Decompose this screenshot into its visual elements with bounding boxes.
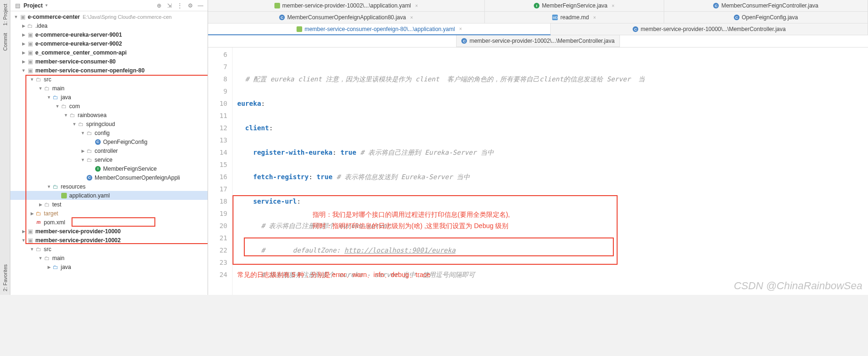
tab-readme[interactable]: MDreadme.md×: [485, 12, 665, 24]
tree-controller[interactable]: ▶🗀controller: [10, 146, 208, 155]
tabs-row-3: member-service-consumer-openfeign-80\...…: [208, 24, 868, 35]
project-panel: ▤ Project ▼ ⊕ ⇲ ⋮ ⚙ — ▼▣e-commerce-cente…: [10, 0, 208, 295]
tree-provider10002[interactable]: ▼▣member-service-provider-10002: [10, 236, 208, 245]
ide-window: 1: Project Commit 2: Favorites ▤ Project…: [0, 0, 868, 295]
annotation-1: 指明：我们是对哪个接口的调用过程进行打印信息(要用全类限定名),: [313, 208, 510, 221]
tree-memberfeignservice[interactable]: IMemberFeignService: [10, 164, 208, 173]
tabs-row-1: member-service-provider-10002\...\applic…: [208, 0, 868, 12]
code-line: service-url:: [237, 195, 868, 207]
code-line: # defaultZone: http://localhost:9001/eur…: [237, 244, 868, 256]
tree-root[interactable]: ▼▣e-commerce-centerE:\Java\Spring Cloud\…: [10, 12, 208, 21]
rail-favorites[interactable]: 2: Favorites: [1, 261, 9, 295]
editor-area: member-service-provider-10002\...\applic…: [208, 0, 868, 295]
close-icon[interactable]: ×: [415, 3, 418, 8]
tree-target[interactable]: ▶🗀target: [10, 209, 208, 218]
tab-app-yaml-10002[interactable]: member-service-provider-10002\...\applic…: [208, 0, 485, 12]
tree-openfeignconfig[interactable]: COpenFeignConfig: [10, 137, 208, 146]
code-line: fetch-registry: true # 表示将信息发送到 Eureka-S…: [237, 171, 868, 183]
tree-provider10000[interactable]: ▶▣member-service-provider-10000: [10, 227, 208, 236]
tree-main[interactable]: ▼🗀main: [10, 84, 208, 93]
rail-project[interactable]: 1: Project: [1, 0, 9, 29]
tab-openfeign-app80[interactable]: CMemberConsumerOpenfeignApplication80.ja…: [208, 12, 485, 24]
tree-eureka9001[interactable]: ▶▣e-commerce-eureka-server-9001: [10, 30, 208, 39]
tree-eureka9002[interactable]: ▶▣e-commerce-eureka-server-9002: [10, 39, 208, 48]
tree-java-src[interactable]: ▼🗀java: [10, 93, 208, 102]
tree-rainbowsea[interactable]: ▼🗀rainbowsea: [10, 111, 208, 119]
project-header: ▤ Project ▼ ⊕ ⇲ ⋮ ⚙ —: [10, 0, 208, 11]
tree-main2[interactable]: ▼🗀main: [10, 253, 208, 262]
gutter: 6 7 8 9 10 11 12 13 14 15 16 17 18 19 20…: [208, 47, 233, 295]
locate-icon[interactable]: ⊕: [155, 1, 163, 10]
editor-tabs: member-service-provider-10002\...\applic…: [208, 0, 868, 47]
tree-idea[interactable]: ▶🗀.idea: [10, 21, 208, 30]
code-editor[interactable]: # 配置 eureka client 注意，因为这里该模块是作为 client …: [233, 47, 868, 295]
tree-java2[interactable]: ▶🗀java: [10, 262, 208, 271]
tree-config[interactable]: ▼🗀config: [10, 128, 208, 137]
tab-membercontroller-10002[interactable]: Cmember-service-provider-10002\...\Membe…: [456, 35, 619, 47]
tab-consumerfeigncontroller[interactable]: CMemberConsumerFeignController.java: [664, 0, 868, 12]
close-icon[interactable]: ×: [459, 26, 462, 32]
tree-pom[interactable]: mpom.xml: [10, 218, 208, 227]
panel-menu-icon[interactable]: ▤: [13, 1, 22, 10]
tab-membercontroller-10000[interactable]: Cmember-service-provider-10000\...\Membe…: [551, 24, 868, 35]
tab-openfeignconfig[interactable]: COpenFeignConfig.java: [664, 12, 868, 24]
code-line: defaultZone: http://eureka9001.com:9001/…: [237, 293, 868, 295]
tree-src[interactable]: ▼🗀src: [10, 75, 208, 84]
tree-service[interactable]: ▼🗀service: [10, 155, 208, 164]
hide-icon[interactable]: —: [196, 1, 205, 10]
tree-appyaml[interactable]: application.yaml: [10, 191, 208, 200]
expand-icon[interactable]: ⇲: [165, 1, 174, 10]
collapse-icon[interactable]: ⋮: [176, 1, 184, 10]
tree-appclass[interactable]: CMemberConsumerOpenfeignAppli: [10, 173, 208, 182]
tree-openfeign80[interactable]: ▼▣member-service-consumer-openfeign-80: [10, 66, 208, 75]
tool-rail: 1: Project Commit 2: Favorites: [0, 0, 10, 295]
code-line: register-with-eureka: true # 表示将自己注册到 Eu…: [237, 146, 868, 158]
annotation-3: 常见的日志级别有 5 种，分别是 error、warn、info、debug、t…: [237, 269, 430, 281]
code-area: 6 7 8 9 10 11 12 13 14 15 16 17 18 19 20…: [208, 47, 868, 295]
tree-test[interactable]: ▶🗀test: [10, 200, 208, 209]
code-line: client:: [237, 122, 868, 134]
tree-resources[interactable]: ▼🗀resources: [10, 182, 208, 191]
close-icon[interactable]: ×: [612, 3, 615, 8]
project-tree: ▼▣e-commerce-centerE:\Java\Spring Cloud\…: [10, 11, 208, 295]
code-line: # 配置 eureka client 注意，因为这里该模块是作为 client …: [237, 73, 868, 85]
tab-app-yaml-openfeign80[interactable]: member-service-consumer-openfeign-80\...…: [208, 24, 551, 35]
tree-common-api[interactable]: ▶▣e_commerce_center_common-api: [10, 48, 208, 57]
tabs-row-4: Cmember-service-provider-10002\...\Membe…: [208, 35, 868, 47]
tree-com[interactable]: ▼🗀com: [10, 102, 208, 111]
gear-icon[interactable]: ⚙: [186, 1, 194, 10]
code-line: eureka:: [237, 97, 868, 110]
close-icon[interactable]: ×: [593, 15, 596, 20]
tree-consumer80[interactable]: ▶▣member-service-consumer-80: [10, 57, 208, 66]
tree-springcloud[interactable]: ▼🗀springcloud: [10, 119, 208, 128]
tabs-row-2: CMemberConsumerOpenfeignApplication80.ja…: [208, 12, 868, 24]
panel-title: Project: [24, 2, 43, 9]
rail-commit[interactable]: Commit: [1, 29, 9, 55]
annotation-2: 同时：指明打印信息的日志级别为(啥) ,这里我们设置为 Debug 级别: [313, 220, 508, 232]
tab-memberfeignservice[interactable]: IMemberFeignService.java×: [485, 0, 665, 12]
close-icon[interactable]: ×: [410, 15, 413, 20]
tree-src2[interactable]: ▼🗀src: [10, 245, 208, 253]
